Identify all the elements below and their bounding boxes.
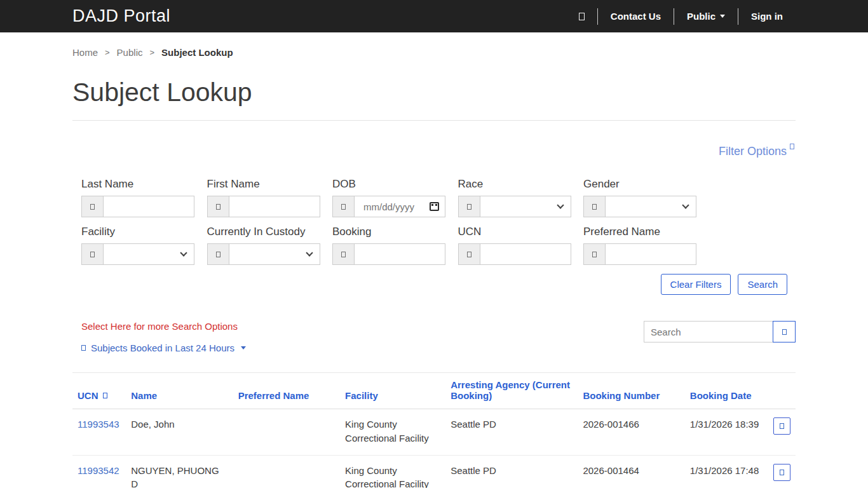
preferred-name-input[interactable] — [605, 243, 696, 265]
nav-contact-us[interactable]: Contact Us — [598, 11, 674, 22]
field-race: Race — [458, 178, 571, 217]
field-addon — [583, 196, 605, 217]
chevron-down-icon — [180, 249, 187, 256]
field-addon — [458, 196, 480, 217]
field-label: Preferred Name — [583, 226, 696, 238]
header-facility[interactable]: Facility — [340, 373, 445, 409]
nav-public-dropdown[interactable]: Public — [674, 11, 738, 22]
results-search-button[interactable] — [773, 321, 796, 342]
gender-select[interactable] — [605, 196, 696, 217]
field-facility: Facility — [81, 226, 194, 265]
ucn-link[interactable]: 11993543 — [78, 419, 119, 430]
field-addon — [458, 243, 480, 265]
building-icon — [90, 252, 95, 257]
document-icon — [341, 252, 346, 257]
field-label: Currently In Custody — [207, 226, 320, 238]
header-ucn-label: UCN — [78, 390, 98, 401]
row-details-button[interactable] — [773, 417, 790, 435]
dob-input[interactable] — [360, 201, 430, 212]
header-booking-number[interactable]: Booking Number — [578, 373, 684, 409]
lock-icon — [216, 252, 220, 257]
cell-arresting-agency: Seattle PD — [445, 409, 578, 456]
page-title: Subject Lookup — [72, 78, 796, 107]
breadcrumb-public[interactable]: Public — [117, 47, 143, 58]
nav-sign-in[interactable]: Sign in — [738, 11, 796, 22]
left-actions: Select Here for more Search Options Subj… — [81, 321, 246, 353]
header-booking-date[interactable]: Booking Date — [685, 373, 768, 409]
breadcrumb-home[interactable]: Home — [72, 47, 98, 58]
cell-facility: King County Correctional Facility — [340, 455, 445, 488]
ucn-link[interactable]: 11993542 — [78, 465, 119, 476]
table-header-row: UCN Name Preferred Name Facility Arresti… — [72, 373, 796, 409]
field-gender: Gender — [583, 178, 696, 217]
field-first-name: First Name — [207, 178, 320, 217]
header-ucn[interactable]: UCN — [72, 373, 126, 409]
tag-icon — [592, 204, 597, 210]
race-select[interactable] — [480, 196, 571, 217]
field-label: DOB — [332, 178, 445, 191]
filter-options-toggle[interactable]: Filter Options — [719, 145, 794, 158]
brand-title[interactable]: DAJD Portal — [72, 6, 170, 26]
currently-in-custody-select[interactable] — [229, 243, 320, 265]
header-preferred-name[interactable]: Preferred Name — [233, 373, 340, 409]
ucn-input[interactable] — [480, 243, 571, 265]
more-search-options-link[interactable]: Select Here for more Search Options — [81, 321, 246, 332]
person-icon — [90, 204, 95, 210]
field-currently-in-custody: Currently In Custody — [207, 226, 320, 265]
facility-select[interactable] — [103, 243, 194, 265]
chevron-down-icon — [720, 15, 725, 18]
filter-icon — [790, 144, 794, 149]
cell-preferred-name — [233, 409, 340, 456]
last-name-input[interactable] — [103, 196, 194, 217]
results-search-group — [644, 321, 796, 342]
field-label: First Name — [207, 178, 320, 191]
booked-last-24-hours-label: Subjects Booked in Last 24 Hours — [91, 342, 234, 353]
cell-booking-date: 1/31/2026 18:39 — [685, 409, 768, 456]
navbar-search-button[interactable] — [566, 13, 597, 20]
top-navbar: DAJD Portal Contact Us Public Sign in — [0, 0, 868, 32]
field-addon — [332, 196, 354, 217]
clear-filters-button[interactable]: Clear Filters — [661, 274, 731, 295]
cell-name: NGUYEN, PHUONG D — [126, 455, 233, 488]
field-addon — [332, 243, 354, 265]
person-icon — [216, 204, 220, 210]
header-arresting-agency[interactable]: Arresting Agency (Current Booking) — [445, 373, 578, 409]
calendar-icon[interactable] — [430, 202, 439, 211]
id-icon — [467, 252, 471, 257]
cell-preferred-name — [233, 455, 340, 488]
filter-form: Last Name First Name DOB — [81, 178, 696, 265]
booking-input[interactable] — [354, 243, 445, 265]
person-icon — [592, 252, 597, 257]
results-search-input[interactable] — [644, 321, 773, 342]
table-row: 11993543 Doe, John King County Correctio… — [72, 409, 796, 456]
header-name[interactable]: Name — [126, 373, 233, 409]
row-details-button[interactable] — [773, 464, 790, 481]
cell-booking-number: 2026-001464 — [578, 455, 684, 488]
field-addon — [81, 243, 103, 265]
breadcrumb: Home > Public > Subject Lookup — [72, 47, 796, 58]
first-name-input[interactable] — [229, 196, 320, 217]
chevron-down-icon — [557, 201, 564, 208]
field-label: Gender — [583, 178, 696, 191]
field-dob: DOB — [332, 178, 445, 217]
field-label: UCN — [458, 226, 571, 238]
booked-last-24-hours-dropdown[interactable]: Subjects Booked in Last 24 Hours — [81, 342, 246, 353]
cell-booking-date: 1/31/2026 17:48 — [685, 455, 768, 488]
cell-booking-number: 2026-001466 — [578, 409, 684, 456]
field-last-name: Last Name — [81, 178, 194, 217]
clock-icon — [81, 345, 86, 351]
nav-public-label: Public — [687, 11, 715, 22]
chevron-down-icon — [241, 346, 246, 349]
breadcrumb-current: Subject Lookup — [161, 47, 233, 58]
search-button[interactable]: Search — [738, 274, 787, 295]
details-icon — [780, 470, 784, 475]
sort-icon — [103, 393, 107, 398]
details-icon — [780, 423, 784, 429]
field-preferred-name: Preferred Name — [583, 226, 696, 265]
field-booking: Booking — [332, 226, 445, 265]
cell-name: Doe, John — [126, 409, 233, 456]
cell-facility: King County Correctional Facility — [340, 409, 445, 456]
breadcrumb-separator: > — [105, 48, 110, 57]
field-addon — [207, 243, 229, 265]
chevron-down-icon — [682, 201, 689, 208]
